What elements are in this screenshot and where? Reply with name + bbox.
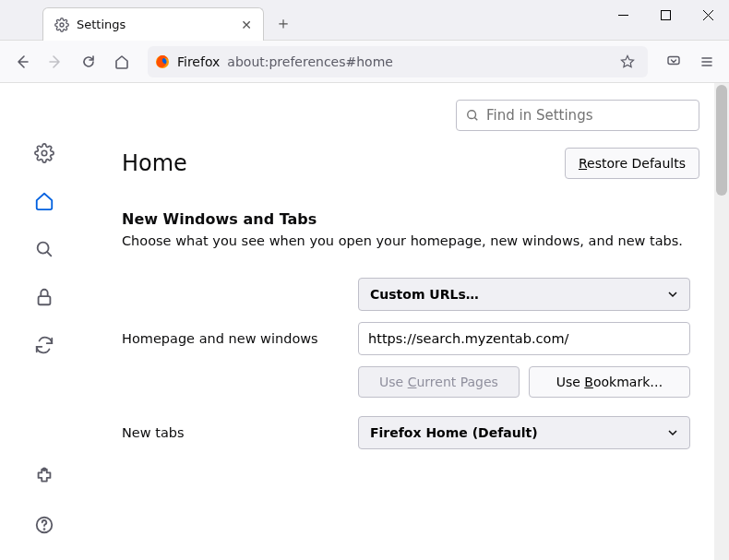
reload-button[interactable]	[74, 47, 103, 77]
section-heading: New Windows and Tabs	[122, 210, 699, 228]
homepage-label: Homepage and new windows	[122, 331, 358, 346]
firefox-icon	[155, 54, 170, 69]
homepage-url-input[interactable]	[358, 322, 690, 355]
close-window-button[interactable]	[687, 0, 729, 30]
sidebar-item-sync[interactable]	[31, 332, 57, 358]
home-button[interactable]	[107, 47, 137, 77]
settings-main: Find in Settings Home Restore Defaults N…	[89, 83, 729, 560]
gear-icon	[54, 18, 69, 32]
svg-point-11	[42, 150, 47, 156]
settings-sidebar	[0, 83, 89, 560]
svg-rect-2	[661, 10, 670, 19]
browser-tab[interactable]: Settings ✕	[42, 7, 264, 41]
forward-button	[41, 47, 70, 77]
url-bar[interactable]: Firefox about:preferences#home	[148, 46, 648, 77]
sidebar-item-general[interactable]	[31, 140, 57, 166]
back-button[interactable]	[7, 47, 37, 77]
svg-point-17	[44, 529, 45, 530]
page-title: Home	[122, 150, 187, 176]
sidebar-item-extensions[interactable]	[31, 464, 57, 490]
sidebar-item-privacy[interactable]	[31, 284, 57, 310]
window-controls	[602, 0, 729, 30]
section-description: Choose what you see when you open your h…	[122, 233, 699, 248]
use-current-pages-button: Use Current Pages	[358, 366, 520, 398]
select-value: Custom URLs…	[370, 287, 479, 302]
app-menu-button[interactable]	[692, 47, 722, 77]
svg-line-19	[474, 117, 477, 120]
restore-defaults-button[interactable]: Restore Defaults	[565, 148, 699, 179]
bookmark-star-button[interactable]	[615, 49, 640, 75]
minimize-button[interactable]	[602, 0, 644, 30]
save-to-pocket-button[interactable]	[659, 47, 688, 77]
browser-toolbar: Firefox about:preferences#home	[0, 41, 729, 83]
use-bookmark-button[interactable]: Use Bookmark…	[529, 366, 690, 398]
sidebar-item-search[interactable]	[31, 236, 57, 262]
chevron-down-icon	[667, 427, 678, 438]
url-path: about:preferences#home	[227, 54, 393, 69]
svg-line-13	[47, 252, 51, 256]
svg-point-0	[60, 23, 64, 27]
svg-rect-14	[39, 296, 51, 304]
select-value: Firefox Home (Default)	[370, 425, 538, 440]
chevron-down-icon	[667, 289, 678, 300]
window-titlebar: Settings ✕ ＋	[0, 0, 729, 41]
search-placeholder: Find in Settings	[486, 107, 592, 124]
new-tab-button[interactable]: ＋	[269, 9, 297, 37]
url-identity: Firefox	[177, 54, 220, 69]
scrollbar-thumb[interactable]	[716, 85, 727, 196]
search-settings-input[interactable]: Find in Settings	[456, 100, 699, 131]
newtabs-label: New tabs	[122, 425, 358, 440]
scrollbar[interactable]	[714, 83, 729, 560]
content-area: Find in Settings Home Restore Defaults N…	[0, 83, 729, 560]
homepage-mode-select[interactable]: Custom URLs…	[358, 278, 690, 311]
newtabs-mode-select[interactable]: Firefox Home (Default)	[358, 416, 690, 449]
sidebar-item-home[interactable]	[31, 188, 57, 214]
close-tab-button[interactable]: ✕	[239, 18, 254, 32]
tab-title: Settings	[77, 18, 232, 31]
sidebar-item-support[interactable]	[31, 512, 57, 538]
maximize-button[interactable]	[644, 0, 687, 30]
